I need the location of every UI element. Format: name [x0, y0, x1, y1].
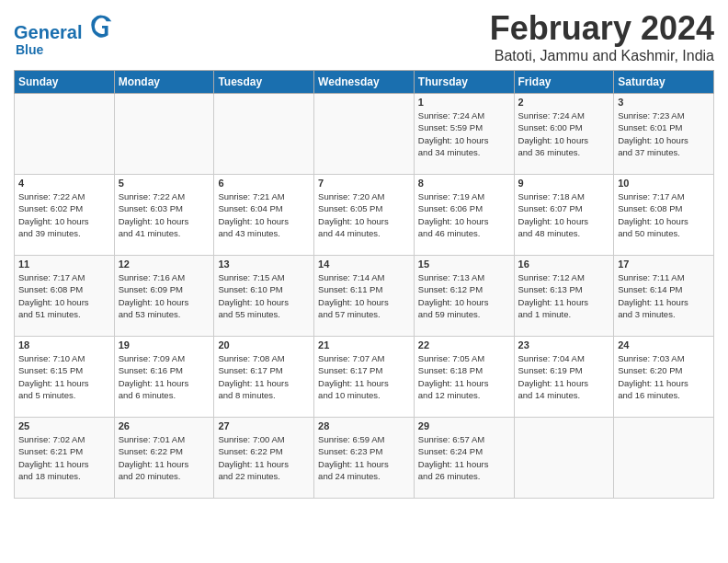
calendar-cell: 18Sunrise: 7:10 AM Sunset: 6:15 PM Dayli… — [15, 337, 115, 418]
day-number: 18 — [18, 339, 110, 350]
week-row-1: 4Sunrise: 7:22 AM Sunset: 6:02 PM Daylig… — [15, 175, 714, 256]
day-number: 13 — [218, 259, 310, 270]
col-header-tuesday: Tuesday — [214, 71, 314, 94]
day-number: 23 — [518, 339, 610, 350]
day-number: 27 — [218, 420, 310, 431]
calendar-cell: 15Sunrise: 7:13 AM Sunset: 6:12 PM Dayli… — [414, 256, 514, 337]
day-number: 7 — [318, 178, 410, 189]
col-header-wednesday: Wednesday — [314, 71, 415, 94]
day-number: 10 — [618, 178, 710, 189]
day-number: 29 — [418, 420, 510, 431]
day-info: Sunrise: 7:05 AM Sunset: 6:18 PM Dayligh… — [418, 352, 510, 401]
title-area: February 2024 Batoti, Jammu and Kashmir,… — [490, 9, 714, 64]
calendar-cell: 5Sunrise: 7:22 AM Sunset: 6:03 PM Daylig… — [114, 175, 214, 256]
logo-blue: Blue — [16, 42, 115, 57]
location-title: Batoti, Jammu and Kashmir, India — [490, 48, 714, 64]
day-info: Sunrise: 7:07 AM Sunset: 6:17 PM Dayligh… — [318, 352, 410, 401]
day-number: 26 — [119, 420, 210, 431]
logo: General Blue — [14, 13, 115, 57]
calendar-cell: 28Sunrise: 6:59 AM Sunset: 6:23 PM Dayli… — [314, 418, 415, 499]
day-info: Sunrise: 7:19 AM Sunset: 6:06 PM Dayligh… — [418, 190, 510, 239]
calendar-cell: 12Sunrise: 7:16 AM Sunset: 6:09 PM Dayli… — [114, 256, 214, 337]
day-info: Sunrise: 7:17 AM Sunset: 6:08 PM Dayligh… — [618, 190, 710, 239]
week-row-4: 25Sunrise: 7:02 AM Sunset: 6:21 PM Dayli… — [15, 418, 714, 499]
logo-text: General — [14, 13, 115, 42]
day-number: 8 — [418, 178, 510, 189]
day-info: Sunrise: 7:01 AM Sunset: 6:22 PM Dayligh… — [119, 433, 210, 482]
week-row-3: 18Sunrise: 7:10 AM Sunset: 6:15 PM Dayli… — [15, 337, 714, 418]
header: General Blue February 2024 Batoti, Jammu… — [14, 9, 714, 64]
day-number: 17 — [618, 259, 710, 270]
day-info: Sunrise: 7:24 AM Sunset: 6:00 PM Dayligh… — [518, 109, 610, 158]
day-info: Sunrise: 7:22 AM Sunset: 6:02 PM Dayligh… — [18, 190, 110, 239]
calendar-cell — [15, 94, 115, 175]
day-number: 15 — [418, 259, 510, 270]
calendar-cell: 6Sunrise: 7:21 AM Sunset: 6:04 PM Daylig… — [214, 175, 314, 256]
day-info: Sunrise: 7:16 AM Sunset: 6:09 PM Dayligh… — [119, 271, 210, 320]
col-header-thursday: Thursday — [414, 71, 514, 94]
day-info: Sunrise: 7:11 AM Sunset: 6:14 PM Dayligh… — [618, 271, 710, 320]
day-number: 21 — [318, 339, 410, 350]
calendar-cell — [314, 94, 415, 175]
day-info: Sunrise: 7:17 AM Sunset: 6:08 PM Dayligh… — [18, 271, 110, 320]
day-number: 28 — [318, 420, 410, 431]
day-info: Sunrise: 7:13 AM Sunset: 6:12 PM Dayligh… — [418, 271, 510, 320]
calendar-table: SundayMondayTuesdayWednesdayThursdayFrid… — [14, 70, 714, 499]
calendar-cell: 10Sunrise: 7:17 AM Sunset: 6:08 PM Dayli… — [614, 175, 714, 256]
day-info: Sunrise: 7:22 AM Sunset: 6:03 PM Dayligh… — [119, 190, 210, 239]
week-row-0: 1Sunrise: 7:24 AM Sunset: 5:59 PM Daylig… — [15, 94, 714, 175]
calendar-cell: 25Sunrise: 7:02 AM Sunset: 6:21 PM Dayli… — [15, 418, 115, 499]
calendar-cell: 8Sunrise: 7:19 AM Sunset: 6:06 PM Daylig… — [414, 175, 514, 256]
day-number: 4 — [18, 178, 110, 189]
day-info: Sunrise: 7:03 AM Sunset: 6:20 PM Dayligh… — [618, 352, 710, 401]
calendar-cell: 20Sunrise: 7:08 AM Sunset: 6:17 PM Dayli… — [214, 337, 314, 418]
day-info: Sunrise: 7:09 AM Sunset: 6:16 PM Dayligh… — [119, 352, 210, 401]
day-info: Sunrise: 6:59 AM Sunset: 6:23 PM Dayligh… — [318, 433, 410, 482]
day-number: 5 — [119, 178, 210, 189]
day-number: 9 — [518, 178, 610, 189]
day-info: Sunrise: 7:00 AM Sunset: 6:22 PM Dayligh… — [218, 433, 310, 482]
calendar-cell: 17Sunrise: 7:11 AM Sunset: 6:14 PM Dayli… — [614, 256, 714, 337]
calendar-cell: 29Sunrise: 6:57 AM Sunset: 6:24 PM Dayli… — [414, 418, 514, 499]
calendar-cell: 26Sunrise: 7:01 AM Sunset: 6:22 PM Dayli… — [114, 418, 214, 499]
col-header-sunday: Sunday — [15, 71, 115, 94]
day-number: 11 — [18, 259, 110, 270]
calendar-cell — [214, 94, 314, 175]
day-info: Sunrise: 7:10 AM Sunset: 6:15 PM Dayligh… — [18, 352, 110, 401]
col-header-saturday: Saturday — [614, 71, 714, 94]
calendar-cell: 7Sunrise: 7:20 AM Sunset: 6:05 PM Daylig… — [314, 175, 415, 256]
day-number: 6 — [218, 178, 310, 189]
day-number: 16 — [518, 259, 610, 270]
day-number: 20 — [218, 339, 310, 350]
day-info: Sunrise: 7:24 AM Sunset: 5:59 PM Dayligh… — [418, 109, 510, 158]
calendar-cell: 23Sunrise: 7:04 AM Sunset: 6:19 PM Dayli… — [514, 337, 614, 418]
calendar-cell: 22Sunrise: 7:05 AM Sunset: 6:18 PM Dayli… — [414, 337, 514, 418]
month-title: February 2024 — [490, 9, 714, 48]
logo-icon — [89, 13, 115, 39]
calendar-cell: 11Sunrise: 7:17 AM Sunset: 6:08 PM Dayli… — [15, 256, 115, 337]
day-number: 25 — [18, 420, 110, 431]
day-number: 12 — [119, 259, 210, 270]
day-info: Sunrise: 7:08 AM Sunset: 6:17 PM Dayligh… — [218, 352, 310, 401]
col-header-friday: Friday — [514, 71, 614, 94]
calendar-cell — [114, 94, 214, 175]
calendar-cell: 1Sunrise: 7:24 AM Sunset: 5:59 PM Daylig… — [414, 94, 514, 175]
day-number: 22 — [418, 339, 510, 350]
calendar-cell: 14Sunrise: 7:14 AM Sunset: 6:11 PM Dayli… — [314, 256, 415, 337]
day-info: Sunrise: 7:02 AM Sunset: 6:21 PM Dayligh… — [18, 433, 110, 482]
calendar-cell: 2Sunrise: 7:24 AM Sunset: 6:00 PM Daylig… — [514, 94, 614, 175]
calendar-cell: 27Sunrise: 7:00 AM Sunset: 6:22 PM Dayli… — [214, 418, 314, 499]
calendar-cell: 4Sunrise: 7:22 AM Sunset: 6:02 PM Daylig… — [15, 175, 115, 256]
day-number: 14 — [318, 259, 410, 270]
calendar-cell: 19Sunrise: 7:09 AM Sunset: 6:16 PM Dayli… — [114, 337, 214, 418]
day-number: 2 — [518, 97, 610, 108]
day-number: 1 — [418, 97, 510, 108]
day-info: Sunrise: 7:14 AM Sunset: 6:11 PM Dayligh… — [318, 271, 410, 320]
day-info: Sunrise: 7:15 AM Sunset: 6:10 PM Dayligh… — [218, 271, 310, 320]
day-info: Sunrise: 7:04 AM Sunset: 6:19 PM Dayligh… — [518, 352, 610, 401]
calendar-cell: 13Sunrise: 7:15 AM Sunset: 6:10 PM Dayli… — [214, 256, 314, 337]
day-info: Sunrise: 7:23 AM Sunset: 6:01 PM Dayligh… — [618, 109, 710, 158]
calendar-cell — [614, 418, 714, 499]
col-header-monday: Monday — [114, 71, 214, 94]
day-number: 3 — [618, 97, 710, 108]
